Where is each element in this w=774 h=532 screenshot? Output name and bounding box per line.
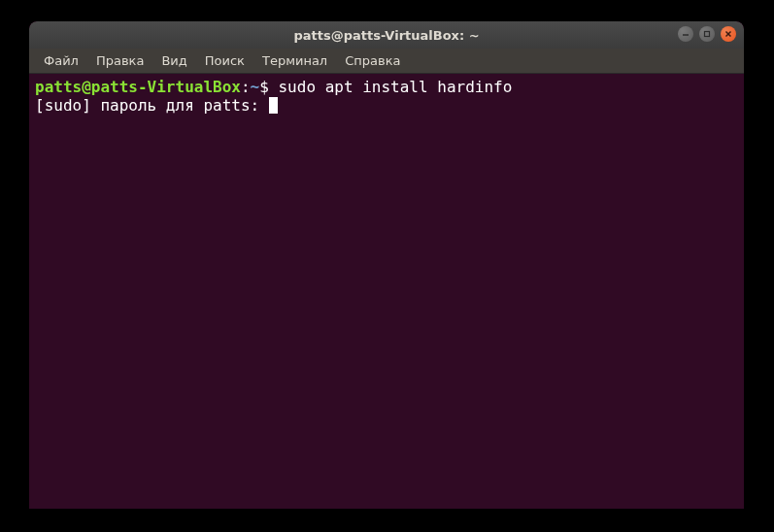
svg-rect-1 bbox=[705, 32, 710, 37]
sudo-password-prompt: [sudo] пароль для patts: bbox=[35, 96, 269, 115]
window-controls bbox=[678, 26, 736, 42]
cursor bbox=[269, 97, 278, 114]
terminal-window: patts@patts-VirtualBox: ~ Файл Правка Ви… bbox=[29, 21, 744, 509]
minimize-button[interactable] bbox=[678, 26, 693, 42]
menu-terminal[interactable]: Терминал bbox=[253, 50, 336, 72]
menu-edit[interactable]: Правка bbox=[87, 50, 152, 72]
entered-command: sudo apt install hardinfo bbox=[278, 78, 512, 96]
window-title: patts@patts-VirtualBox: ~ bbox=[293, 28, 479, 43]
menu-search[interactable]: Поиск bbox=[196, 50, 253, 72]
close-icon bbox=[724, 30, 732, 38]
minimize-icon bbox=[682, 30, 690, 38]
terminal-output[interactable]: patts@patts-VirtualBox:~$ sudo apt insta… bbox=[29, 74, 744, 509]
prompt-symbol: $ bbox=[259, 78, 269, 96]
close-button[interactable] bbox=[721, 26, 736, 42]
maximize-button[interactable] bbox=[699, 26, 715, 42]
menu-view[interactable]: Вид bbox=[152, 50, 195, 72]
menu-help[interactable]: Справка bbox=[336, 50, 409, 72]
prompt-path: ~ bbox=[251, 78, 260, 96]
maximize-icon bbox=[703, 30, 711, 38]
menu-file[interactable]: Файл bbox=[35, 50, 87, 72]
prompt-user-host: patts@patts-VirtualBox bbox=[35, 78, 241, 96]
menubar: Файл Правка Вид Поиск Терминал Справка bbox=[29, 49, 744, 74]
titlebar[interactable]: patts@patts-VirtualBox: ~ bbox=[29, 21, 744, 49]
prompt-colon: : bbox=[241, 78, 251, 96]
